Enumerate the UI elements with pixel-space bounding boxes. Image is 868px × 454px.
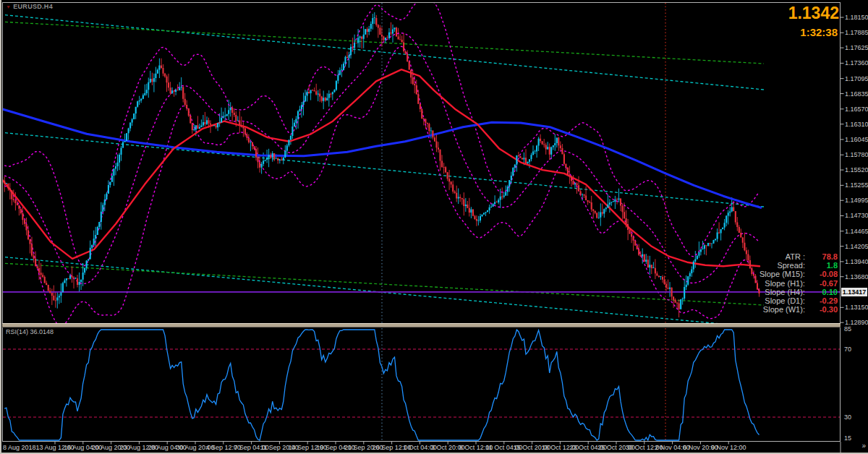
info-row-slope-m15: Slope (M15): -0.08: [760, 270, 838, 278]
main-panel[interactable]: [0, 0, 840, 441]
info-row-slope-h4: Slope (H4): 0.10: [760, 288, 838, 296]
bid-price-readout: 1.1342: [788, 4, 839, 23]
price-axis-label: 1.17360: [845, 59, 868, 67]
info-row-atr: ATR : 78.8: [760, 252, 838, 261]
price-axis-label: 1.16045: [845, 136, 868, 143]
price-axis-label: 1.17625: [845, 44, 868, 51]
price-axis-label: 1.14465: [845, 228, 868, 235]
price-axis-label: 1.18150: [845, 14, 868, 21]
rsi-panel[interactable]: [3, 3, 840, 441]
rsi-line: [4, 330, 759, 440]
scroll-to-end-icon[interactable]: »: [861, 442, 865, 450]
info-row-slope-h1: Slope (H1): -0.67: [760, 279, 838, 288]
price-axis-label: 1.17095: [845, 75, 868, 82]
channel-trendline[interactable]: [0, 263, 764, 305]
price-axis-label: 1.13150: [845, 304, 868, 311]
price-axis-label: 1.16310: [845, 121, 868, 128]
chevron-down-icon: ▼: [6, 4, 11, 9]
trading-terminal-window: 1.181501.178851.176251.173601.170951.168…: [0, 0, 868, 454]
price-axis-label: 1.14995: [845, 197, 868, 204]
window-edge-left: [0, 0, 1, 454]
chart-frame: [3, 3, 841, 442]
price-axis-label: 1.15520: [845, 166, 868, 174]
price-axis-label: 1.14205: [845, 243, 868, 250]
panel-separator[interactable]: [2, 324, 841, 327]
info-row-spread: Spread: 1.8: [760, 261, 838, 270]
rsi-axis-label: 30: [844, 414, 851, 421]
price-axis-label: 1.13680: [845, 273, 868, 280]
price-axis-label: 1.16570: [845, 106, 868, 113]
candle-countdown-timer: 1:32:38: [800, 26, 838, 38]
info-row-slope-w1: Slope (W1): -0.30: [760, 305, 838, 314]
rsi-axis-label: 85: [844, 325, 851, 333]
info-row-slope-d1: Slope (D1): -0.29: [760, 296, 838, 305]
current-price-tag: 1.13417: [841, 288, 867, 296]
symbol-text: EURUSD.H4: [13, 3, 53, 10]
indicator-info-panel: ATR : 78.8 Spread: 1.8 Slope (M15): -0.0…: [760, 252, 838, 314]
rsi-indicator-label: RSI(14) 36.0148: [6, 328, 54, 335]
up-candle-bodies: [7, 17, 732, 309]
price-axis-label: 1.17885: [845, 29, 868, 36]
price-axis-label: 1.15255: [845, 181, 868, 189]
price-axis-label: 1.13940: [845, 258, 868, 265]
rsi-axis-label: 15: [844, 434, 851, 442]
rsi-axis-label: 70: [844, 346, 851, 353]
up-candle-wicks: [7, 12, 732, 309]
sma-blue-moving-average[interactable]: [0, 108, 761, 207]
time-axis-label: 9 Nov 12:00: [711, 444, 746, 451]
price-chart-canvas[interactable]: 1.181501.178851.176251.173601.170951.168…: [0, 0, 868, 454]
price-axis-label: 1.15780: [845, 151, 868, 158]
price-axis-label: 1.14730: [845, 212, 868, 219]
lwma-red-moving-average[interactable]: [0, 69, 760, 266]
time-axis-label: 8 Aug 2018: [3, 444, 36, 451]
price-axis-label: 1.16835: [845, 90, 868, 98]
symbol-timeframe-label[interactable]: ▼EURUSD.H4: [6, 3, 53, 10]
channel-trendline[interactable]: [0, 257, 729, 325]
